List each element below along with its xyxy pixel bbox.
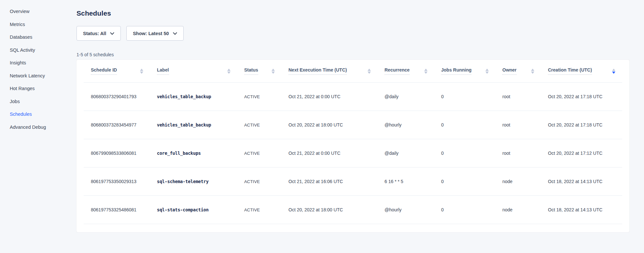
column-header-next-execution-time-utc[interactable]: Next Execution Time (UTC) — [281, 67, 377, 75]
cell-owner: root — [495, 151, 541, 156]
triangle-up-icon — [424, 69, 427, 71]
cell-schedule-id[interactable]: 806799098533806081 — [84, 151, 150, 156]
cell-status: ACTIVE — [237, 151, 281, 156]
cell-recurrence: @hourly — [377, 207, 434, 212]
cell-creation-time: Oct 20, 2022 at 17:18 UTC — [541, 122, 622, 127]
cell-owner: root — [495, 122, 541, 127]
triangle-down-icon — [424, 72, 427, 74]
triangle-down-icon — [368, 72, 371, 74]
column-header-schedule-id[interactable]: Schedule ID — [84, 67, 150, 75]
cell-recurrence: @hourly — [377, 122, 434, 127]
sort-arrows-icon — [272, 69, 275, 74]
show-filter-label: Show: Latest 50 — [133, 31, 169, 36]
triangle-up-icon — [227, 69, 231, 71]
sort-arrows-icon — [140, 69, 143, 74]
sort-arrows-icon — [368, 69, 371, 74]
cell-owner: node — [495, 207, 541, 212]
sidebar-item-jobs[interactable]: Jobs — [10, 95, 77, 108]
sort-arrows-icon — [531, 69, 534, 74]
column-header-label: Label — [157, 67, 169, 75]
sidebar-item-network-latency[interactable]: Network Latency — [10, 70, 77, 83]
triangle-up-icon — [612, 69, 615, 71]
show-filter-dropdown[interactable]: Show: Latest 50 — [126, 26, 183, 41]
triangle-up-icon — [368, 69, 371, 71]
cell-next-execution: Oct 20, 2022 at 18:00 UTC — [281, 207, 377, 212]
sort-arrows-icon — [612, 69, 615, 74]
sidebar-item-databases[interactable]: Databases — [10, 31, 77, 44]
column-header-label: Jobs Running — [441, 67, 471, 75]
column-header-status[interactable]: Status — [237, 67, 281, 75]
column-header-label: Owner — [502, 67, 517, 75]
column-header-jobs-running[interactable]: Jobs Running — [434, 67, 495, 75]
cell-creation-time: Oct 20, 2022 at 17:12 UTC — [541, 151, 622, 156]
cell-schedule-id[interactable]: 806800373283454977 — [84, 122, 150, 127]
cell-schedule-id[interactable]: 806197753325486081 — [84, 207, 150, 212]
column-header-label: Creation Time (UTC) — [548, 67, 592, 75]
sidebar-nav-list: OverviewMetricsDatabasesSQL ActivityInsi… — [10, 5, 77, 134]
table-row: 806197753350029313 sql-schema-telemetry … — [84, 167, 622, 196]
cell-jobs-running: 0 — [434, 151, 495, 156]
cell-owner: node — [495, 179, 541, 184]
results-summary: 1-5 of 5 schedules — [77, 52, 629, 58]
sidebar: OverviewMetricsDatabasesSQL ActivityInsi… — [0, 0, 77, 253]
triangle-down-icon — [272, 72, 275, 74]
cell-next-execution: Oct 20, 2022 at 18:00 UTC — [281, 122, 377, 127]
triangle-down-icon — [227, 72, 231, 74]
cell-status: ACTIVE — [237, 123, 281, 127]
cell-label: sql-schema-telemetry — [150, 179, 237, 184]
page-title: Schedules — [77, 10, 629, 17]
status-filter-dropdown[interactable]: Status: All — [77, 26, 121, 41]
table-body: 806800373290401793 vehicles_table_backup… — [84, 83, 622, 224]
sidebar-item-overview[interactable]: Overview — [10, 5, 77, 18]
sidebar-item-hot-ranges[interactable]: Hot Ranges — [10, 82, 77, 95]
sort-arrows-icon — [227, 69, 231, 74]
schedules-table: Schedule ID Label Status Next Execution … — [84, 60, 622, 224]
cell-label: core_full_backups — [150, 151, 237, 156]
cell-recurrence: @daily — [377, 94, 434, 99]
cell-next-execution: Oct 21, 2022 at 0:00 UTC — [281, 151, 377, 156]
cell-schedule-id[interactable]: 806800373290401793 — [84, 94, 150, 99]
cell-label: sql-stats-compaction — [150, 207, 237, 212]
triangle-up-icon — [140, 69, 143, 71]
triangle-up-icon — [272, 69, 275, 71]
sidebar-item-insights[interactable]: Insights — [10, 57, 77, 70]
cell-creation-time: Oct 20, 2022 at 17:18 UTC — [541, 94, 622, 99]
sidebar-item-advanced-debug[interactable]: Advanced Debug — [10, 121, 77, 134]
cell-jobs-running: 0 — [434, 207, 495, 212]
cell-schedule-id[interactable]: 806197753350029313 — [84, 179, 150, 184]
column-header-recurrence[interactable]: Recurrence — [377, 67, 434, 75]
sidebar-item-metrics[interactable]: Metrics — [10, 18, 77, 31]
sidebar-item-sql-activity[interactable]: SQL Activity — [10, 44, 77, 57]
column-header-creation-time-utc[interactable]: Creation Time (UTC) — [541, 67, 622, 75]
main-content: Schedules Status: All Show: Latest 50 1-… — [77, 0, 644, 253]
triangle-up-icon — [485, 69, 489, 71]
cell-next-execution: Oct 21, 2022 at 16:06 UTC — [281, 179, 377, 184]
cell-jobs-running: 0 — [434, 179, 495, 184]
sort-arrows-icon — [424, 69, 427, 74]
table-row: 806799098533806081 core_full_backups ACT… — [84, 139, 622, 167]
column-header-owner[interactable]: Owner — [495, 67, 541, 75]
sort-arrows-icon — [485, 69, 489, 74]
column-header-label: Recurrence — [385, 67, 410, 75]
cell-recurrence: @daily — [377, 151, 434, 156]
triangle-down-icon — [612, 72, 615, 74]
cell-jobs-running: 0 — [434, 94, 495, 99]
filters-bar: Status: All Show: Latest 50 — [77, 26, 629, 41]
cell-recurrence: 6 16 * * 5 — [377, 179, 434, 184]
schedules-table-card: Schedule ID Label Status Next Execution … — [77, 60, 629, 232]
cell-jobs-running: 0 — [434, 122, 495, 127]
cell-status: ACTIVE — [237, 207, 281, 212]
cell-status: ACTIVE — [237, 179, 281, 184]
cell-creation-time: Oct 18, 2022 at 14:13 UTC — [541, 207, 622, 212]
table-row: 806197753325486081 sql-stats-compaction … — [84, 196, 622, 224]
column-header-label: Status — [244, 67, 258, 75]
sidebar-item-schedules[interactable]: Schedules — [10, 108, 77, 121]
cell-next-execution: Oct 21, 2022 at 0:00 UTC — [281, 94, 377, 99]
triangle-down-icon — [531, 72, 534, 74]
cell-owner: root — [495, 94, 541, 99]
triangle-down-icon — [140, 72, 143, 74]
status-filter-label: Status: All — [83, 31, 106, 36]
column-header-label[interactable]: Label — [150, 67, 237, 75]
triangle-down-icon — [485, 72, 489, 74]
column-header-label: Next Execution Time (UTC) — [288, 67, 347, 75]
